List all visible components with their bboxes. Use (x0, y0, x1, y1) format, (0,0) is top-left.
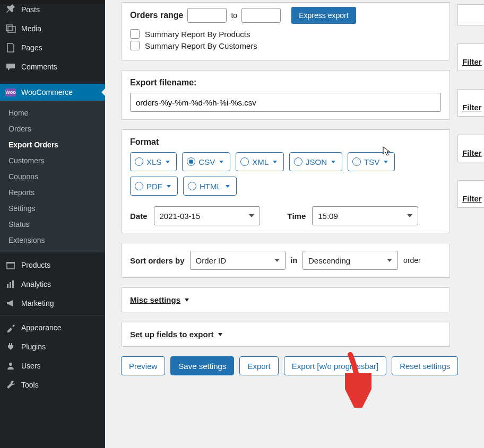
filter-link[interactable]: Filter (462, 194, 482, 203)
caret-icon (249, 214, 254, 217)
date-value: 2021-03-15 (160, 212, 201, 221)
orders-to-input[interactable] (241, 8, 281, 23)
svg-rect-2 (7, 284, 8, 288)
format-xml[interactable]: XML (236, 152, 284, 171)
media-icon (5, 23, 16, 34)
filter-box: Filter (457, 135, 484, 162)
appearance-icon (5, 322, 16, 333)
menu-label: Posts (21, 5, 40, 14)
main-content: Orders range to Express export Summary R… (105, 0, 484, 448)
submenu-reports[interactable]: Reports (0, 185, 105, 200)
format-csv[interactable]: CSV (182, 152, 230, 171)
svg-rect-1 (6, 262, 15, 263)
sidebar-appearance[interactable]: Appearance (0, 318, 105, 337)
time-value: 15:09 (318, 212, 338, 221)
caret-icon (185, 298, 189, 302)
format-tsv[interactable]: TSV (348, 152, 395, 171)
menu-label: Pages (21, 43, 42, 52)
sidebar-pages[interactable]: Pages (0, 38, 105, 57)
submenu-export-orders[interactable]: Export Orders (0, 137, 105, 153)
summary-customers-checkbox[interactable] (130, 41, 140, 50)
comments-icon (5, 62, 16, 72)
submenu-customers[interactable]: Customers (0, 153, 105, 169)
filter-link[interactable]: Filter (462, 57, 482, 66)
submenu-coupons[interactable]: Coupons (0, 169, 105, 185)
summary-customers-label: Summary Report By Customers (145, 41, 257, 50)
setup-fields-toggle[interactable]: Set up fields to export (130, 330, 222, 339)
sidebar-analytics[interactable]: Analytics (0, 275, 105, 294)
radio-icon (352, 157, 361, 166)
sort-dir-value: Descending (308, 256, 350, 265)
sidebar-media[interactable]: Media (0, 19, 105, 38)
time-label: Time (288, 212, 306, 221)
sort-dir-select[interactable]: Descending (302, 251, 398, 270)
format-label: XLS (146, 157, 161, 166)
export-no-progress-button[interactable]: Export [w/o progressbar] (284, 356, 386, 375)
sidebar-plugins[interactable]: Plugins (0, 337, 105, 356)
misc-settings-toggle[interactable]: Misc settings (130, 295, 189, 304)
filter-box: Filter (457, 180, 484, 208)
sort-field-select[interactable]: Order ID (190, 251, 286, 270)
sidebar-products[interactable]: Products (0, 256, 105, 275)
submenu-status[interactable]: Status (0, 216, 105, 232)
sidebar-marketing[interactable]: Marketing (0, 294, 105, 313)
menu-label: Comments (21, 63, 57, 71)
preview-button[interactable]: Preview (121, 356, 165, 375)
format-xls[interactable]: XLS (130, 152, 177, 171)
reset-settings-button[interactable]: Reset settings (392, 356, 458, 375)
sort-label: Sort orders by (130, 256, 185, 265)
sidebar-users[interactable]: Users (0, 356, 105, 375)
filter-box: Filter (457, 89, 484, 117)
sidebar-comments[interactable]: Comments (0, 57, 105, 76)
submenu-orders[interactable]: Orders (0, 121, 105, 137)
filter-link[interactable]: Filter (462, 148, 482, 157)
pages-icon (5, 42, 16, 53)
filename-input[interactable] (130, 93, 441, 112)
save-settings-button[interactable]: Save settings (170, 356, 234, 375)
svg-point-5 (9, 363, 12, 366)
misc-section: Misc settings (121, 287, 450, 312)
format-html[interactable]: HTML (183, 177, 237, 196)
setup-fields-label: Set up fields to export (130, 330, 214, 339)
submenu-home[interactable]: Home (0, 105, 105, 121)
express-export-button[interactable]: Express export (291, 7, 356, 24)
date-select[interactable]: 2021-03-15 (154, 206, 260, 225)
orders-range-label: Orders range (130, 11, 183, 20)
caret-icon (218, 333, 222, 336)
format-pdf[interactable]: PDF (130, 177, 178, 196)
orders-range-section: Orders range to Express export Summary R… (121, 2, 450, 60)
woo-submenu: Home Orders Export Orders Customers Coup… (0, 101, 105, 252)
format-label: CSV (198, 157, 215, 166)
menu-label: Appearance (21, 323, 62, 332)
format-label: XML (252, 157, 269, 166)
admin-topbar (0, 0, 105, 4)
format-label: PDF (146, 182, 162, 191)
menu-label: WooCommerce (21, 88, 73, 96)
tools-icon (5, 380, 16, 390)
sort-section: Sort orders by Order ID in Descending or… (121, 243, 450, 278)
format-heading: Format (130, 137, 441, 147)
sidebar-tools[interactable]: Tools (0, 375, 105, 394)
menu-label: Analytics (21, 280, 51, 288)
export-button[interactable]: Export (239, 356, 278, 375)
misc-settings-label: Misc settings (130, 295, 180, 304)
format-label: TSV (364, 157, 379, 166)
sort-in-word: in (291, 256, 297, 265)
action-row: Preview Save settings Export Export [w/o… (121, 356, 484, 375)
submenu-settings[interactable]: Settings (0, 200, 105, 216)
sidebar-woocommerce[interactable]: Woo WooCommerce (0, 84, 105, 101)
svg-rect-0 (7, 263, 14, 269)
orders-from-input[interactable] (187, 8, 227, 23)
products-icon (5, 260, 16, 270)
marketing-icon (5, 298, 16, 309)
format-json[interactable]: JSON (289, 152, 342, 171)
summary-products-checkbox[interactable] (130, 29, 140, 39)
orders-to-word: to (231, 11, 237, 20)
time-select[interactable]: 15:09 (312, 206, 418, 225)
sidebar-posts[interactable]: Posts (0, 4, 105, 19)
submenu-extensions[interactable]: Extensions (0, 232, 105, 248)
caret-icon (166, 161, 170, 163)
filter-link[interactable]: Filter (462, 103, 482, 112)
menu-label: Products (21, 261, 50, 269)
radio-icon (135, 182, 143, 190)
